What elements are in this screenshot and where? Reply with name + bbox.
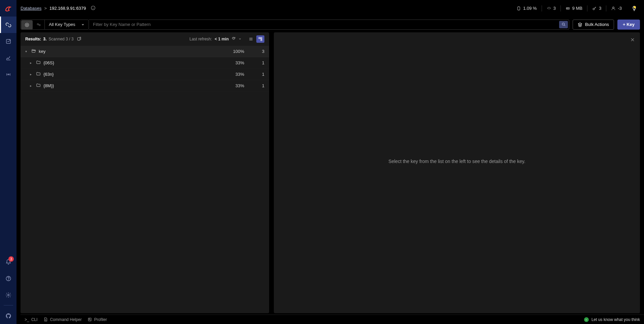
view-tree-button[interactable] <box>256 35 264 43</box>
refresh-label: Last refresh: <box>190 37 212 41</box>
tree-child-name: {06S} <box>43 60 224 65</box>
stats: 1.09 % 3 9 MB 3 -3 <box>512 5 626 11</box>
cli-label: CLI <box>31 317 38 322</box>
nav-notifications[interactable]: 3 <box>0 254 17 270</box>
chevron-down-icon <box>81 23 85 26</box>
stat-commands-value: 3 <box>553 6 556 11</box>
svg-rect-18 <box>261 37 262 39</box>
svg-point-12 <box>26 24 28 26</box>
tree-child-row[interactable]: ▸ {8M}} 33% 1 <box>21 80 269 92</box>
add-key-button[interactable]: + Key <box>617 20 640 30</box>
nav-analysis[interactable] <box>0 50 17 66</box>
bottom-bar: >_ CLI Command Helper Profiler Let us kn… <box>21 315 644 324</box>
key-type-label: All Key Types <box>49 22 75 27</box>
tree-root-row[interactable]: ▾ key 100% 3 <box>21 46 269 57</box>
folder-open-icon <box>31 48 36 54</box>
stat-memory-value: 9 MB <box>572 6 582 11</box>
list-panel: Results: 3. Scanned 3 / 3 Last refresh: … <box>21 32 269 313</box>
feedback-label: Let us know what you think <box>591 317 640 322</box>
feedback-dot-icon <box>584 317 589 322</box>
folder-icon <box>36 83 41 89</box>
results-label: Results: <box>25 37 41 41</box>
tree-child-cnt: 1 <box>244 60 264 65</box>
chevron-right-icon: ▸ <box>30 61 35 65</box>
stat-memory: 9 MB <box>561 6 587 11</box>
nav-pubsub[interactable] <box>0 66 17 83</box>
nav-divider <box>4 305 13 305</box>
command-helper-button[interactable]: Command Helper <box>43 317 82 322</box>
filter-group: All Key Types <box>21 20 89 30</box>
scanned-label: Scanned 3 / 3 <box>49 37 73 41</box>
filter-exact-button[interactable] <box>21 20 33 30</box>
svg-rect-19 <box>261 39 262 41</box>
stat-clients-value: -3 <box>618 6 622 11</box>
bulk-actions-button[interactable]: Bulk Actions <box>573 20 614 30</box>
bulk-label: Bulk Actions <box>585 22 609 27</box>
helper-label: Command Helper <box>50 317 82 322</box>
tree: ▾ key 100% 3 ▸ {06S} 33% 1 ▸ <box>21 46 269 313</box>
tree-child-pct: 33% <box>224 72 244 77</box>
view-toggle <box>247 35 264 43</box>
search-input[interactable] <box>89 22 558 27</box>
svg-rect-6 <box>518 7 520 10</box>
svg-point-7 <box>549 8 549 9</box>
toolbar: All Key Types Bulk Actions + Key <box>17 17 644 32</box>
terminal-icon: >_ <box>25 317 29 322</box>
nav-settings[interactable] <box>0 287 17 303</box>
cli-button[interactable]: >_ CLI <box>25 317 37 322</box>
redis-logo[interactable] <box>0 0 17 17</box>
tree-child-pct: 33% <box>224 83 244 88</box>
filter-pattern-button[interactable] <box>33 20 44 29</box>
stat-keys: 3 <box>587 6 606 11</box>
svg-point-9 <box>593 8 595 10</box>
nav-help[interactable] <box>0 270 17 287</box>
chevron-down-icon: ▾ <box>25 50 30 53</box>
breadcrumb-current: 192.168.9.91:6379 <box>50 6 86 11</box>
nav-workbench[interactable] <box>0 33 17 50</box>
close-button[interactable] <box>630 37 635 44</box>
feedback-button[interactable]: Let us know what you think <box>584 317 640 322</box>
folder-icon <box>36 71 41 77</box>
tree-child-name: {63n} <box>43 72 224 77</box>
scan-more-icon[interactable] <box>77 36 82 42</box>
results-count: 3. <box>43 37 46 41</box>
refresh-value: < 1 min <box>215 37 229 41</box>
svg-point-13 <box>37 23 38 25</box>
view-list-button[interactable] <box>247 35 255 43</box>
tree-root-cnt: 3 <box>244 49 264 54</box>
info-icon[interactable] <box>91 5 96 11</box>
nav-browser[interactable] <box>0 17 17 33</box>
refresh-dropdown[interactable] <box>238 37 242 41</box>
detail-panel: Select the key from the list on the left… <box>274 32 640 313</box>
stat-clients: -3 <box>606 6 626 11</box>
nav-github[interactable] <box>0 307 17 324</box>
tree-child-cnt: 1 <box>244 83 264 88</box>
svg-point-3 <box>8 280 8 280</box>
profiler-icon <box>88 317 92 322</box>
insights-button[interactable] <box>629 3 640 14</box>
header: Databases > 192.168.9.91:6379 1.09 % 3 9… <box>17 0 644 17</box>
breadcrumb-sep: > <box>44 6 47 11</box>
tree-child-row[interactable]: ▸ {63n} 33% 1 <box>21 69 269 80</box>
tree-child-row[interactable]: ▸ {06S} 33% 1 <box>21 57 269 69</box>
tree-root-name: key <box>39 49 224 54</box>
layers-icon <box>578 22 582 27</box>
stat-keys-value: 3 <box>599 6 601 11</box>
notif-badge: 3 <box>8 256 14 262</box>
profiler-button[interactable]: Profiler <box>88 317 107 322</box>
tree-root-pct: 100% <box>224 49 244 54</box>
search-container <box>89 20 569 30</box>
svg-rect-17 <box>259 37 260 39</box>
svg-point-4 <box>7 294 9 296</box>
folder-icon <box>36 60 41 66</box>
key-type-select[interactable]: All Key Types <box>45 20 89 29</box>
refresh-button[interactable] <box>231 36 236 42</box>
stat-cpu-value: 1.09 % <box>523 6 537 11</box>
breadcrumb-root[interactable]: Databases <box>21 6 41 11</box>
svg-point-1 <box>8 74 9 75</box>
search-button[interactable] <box>559 21 568 28</box>
stat-cpu: 1.09 % <box>512 6 541 11</box>
breadcrumb: Databases > 192.168.9.91:6379 <box>21 5 96 11</box>
stat-commands: 3 <box>542 6 560 11</box>
svg-point-11 <box>25 23 29 27</box>
